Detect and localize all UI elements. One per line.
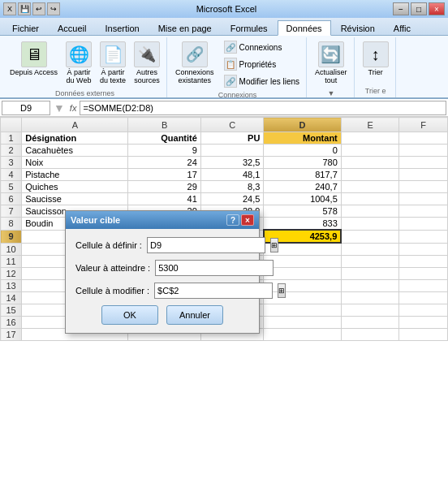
cell-f11[interactable] bbox=[399, 255, 448, 267]
col-header-f[interactable]: F bbox=[399, 118, 448, 132]
cell-f1[interactable] bbox=[399, 132, 448, 145]
cell-b3[interactable]: 24 bbox=[128, 157, 200, 169]
edit-links-button[interactable]: 🔗 Modifier les liens bbox=[221, 73, 303, 89]
cell-d13[interactable] bbox=[264, 279, 341, 291]
properties-button[interactable]: 📋 Propriétés bbox=[221, 56, 303, 72]
col-header-a[interactable]: A bbox=[22, 118, 128, 132]
cell-f17[interactable] bbox=[399, 328, 448, 340]
cell-a5[interactable]: Quiches bbox=[22, 181, 128, 193]
cell-e9[interactable] bbox=[341, 230, 399, 243]
dialog-cancel-button[interactable]: Annuler bbox=[166, 305, 223, 325]
tab-revision[interactable]: Révision bbox=[332, 20, 384, 35]
dialog-input-2[interactable] bbox=[155, 260, 274, 276]
cell-c3[interactable]: 32,5 bbox=[200, 157, 264, 169]
cell-e8[interactable] bbox=[341, 218, 399, 231]
cell-e2[interactable] bbox=[341, 145, 399, 157]
cell-e10[interactable] bbox=[341, 243, 399, 255]
tab-mise-en-page[interactable]: Mise en page bbox=[149, 20, 221, 35]
cell-d2[interactable]: 0 bbox=[264, 145, 341, 157]
cell-d3[interactable]: 780 bbox=[264, 157, 341, 169]
valeur-cible-dialog[interactable]: Valeur cible ? × Cellule à définir : ⊞ V… bbox=[65, 210, 260, 334]
cell-e11[interactable] bbox=[341, 255, 399, 267]
cell-d7[interactable]: 578 bbox=[264, 205, 341, 218]
maximize-button[interactable]: □ bbox=[411, 2, 427, 15]
tab-insertion[interactable]: Insertion bbox=[96, 20, 148, 35]
cell-e7[interactable] bbox=[341, 205, 399, 218]
col-header-e[interactable]: E bbox=[341, 118, 399, 132]
dialog-help-button[interactable]: ? bbox=[226, 214, 239, 226]
cell-e17[interactable] bbox=[341, 328, 399, 340]
dialog-ok-button[interactable]: OK bbox=[101, 305, 158, 325]
cell-d14[interactable] bbox=[264, 291, 341, 304]
tab-donnees[interactable]: Données bbox=[278, 20, 331, 36]
undo-icon[interactable]: ↩ bbox=[32, 2, 45, 15]
existing-connections-button[interactable]: 🔗 Connexionsexistantes bbox=[172, 39, 218, 88]
cell-b6[interactable]: 41 bbox=[128, 193, 200, 205]
cell-f12[interactable] bbox=[399, 267, 448, 279]
cell-f6[interactable] bbox=[399, 193, 448, 205]
dialog-input-1[interactable] bbox=[147, 237, 265, 253]
cell-f2[interactable] bbox=[399, 145, 448, 157]
cell-f14[interactable] bbox=[399, 291, 448, 304]
cell-b2[interactable]: 9 bbox=[128, 145, 200, 157]
cell-a4[interactable]: Pistache bbox=[22, 169, 128, 181]
cell-e15[interactable] bbox=[341, 304, 399, 316]
web-button[interactable]: 🌐 À partirdu Web bbox=[62, 39, 95, 88]
dialog-close-button[interactable]: × bbox=[241, 214, 254, 226]
sort-button[interactable]: ↕ Trier bbox=[360, 39, 392, 80]
col-header-d[interactable]: D bbox=[264, 118, 341, 132]
cell-c6[interactable]: 24,5 bbox=[200, 193, 264, 205]
cell-a6[interactable]: Saucisse bbox=[22, 193, 128, 205]
cell-d11[interactable] bbox=[264, 255, 341, 267]
dialog-input-btn-1[interactable]: ⊞ bbox=[270, 238, 278, 252]
cell-e5[interactable] bbox=[341, 181, 399, 193]
col-header-c[interactable]: C bbox=[200, 118, 264, 132]
close-button[interactable]: × bbox=[429, 2, 445, 15]
cell-d6[interactable]: 1004,5 bbox=[264, 193, 341, 205]
cell-f4[interactable] bbox=[399, 169, 448, 181]
cell-d4[interactable]: 817,7 bbox=[264, 169, 341, 181]
cell-e14[interactable] bbox=[341, 291, 399, 304]
redo-icon[interactable]: ↪ bbox=[47, 2, 60, 15]
cell-f10[interactable] bbox=[399, 243, 448, 255]
cell-d16[interactable] bbox=[264, 316, 341, 328]
cell-c4[interactable]: 48,1 bbox=[200, 169, 264, 181]
cell-f5[interactable] bbox=[399, 181, 448, 193]
cell-f3[interactable] bbox=[399, 157, 448, 169]
tab-formules[interactable]: Formules bbox=[222, 20, 277, 35]
cell-b4[interactable]: 17 bbox=[128, 169, 200, 181]
cell-a3[interactable]: Noix bbox=[22, 157, 128, 169]
cell-d17[interactable] bbox=[264, 328, 341, 340]
col-header-b[interactable]: B bbox=[128, 118, 200, 132]
save-icon[interactable]: 💾 bbox=[18, 2, 31, 15]
cell-d12[interactable] bbox=[264, 267, 341, 279]
dialog-input-btn-3[interactable]: ⊞ bbox=[278, 283, 286, 298]
cell-f15[interactable] bbox=[399, 304, 448, 316]
refresh-button[interactable]: 🔄 Actualisertout bbox=[312, 39, 351, 88]
tab-affichage[interactable]: Affic bbox=[385, 20, 420, 35]
cell-a1[interactable]: Désignation bbox=[22, 132, 128, 145]
cell-e3[interactable] bbox=[341, 157, 399, 169]
tab-fichier[interactable]: Fichier bbox=[3, 20, 48, 35]
access-button[interactable]: 🖥 Depuis Access bbox=[6, 39, 61, 80]
cell-b1[interactable]: Quantité bbox=[128, 132, 200, 145]
cell-f9[interactable] bbox=[399, 230, 448, 243]
dialog-input-3[interactable] bbox=[154, 283, 273, 299]
cell-c1[interactable]: PU bbox=[200, 132, 264, 145]
cell-d1[interactable]: Montant bbox=[264, 132, 341, 145]
cell-d8[interactable]: 833 bbox=[264, 218, 341, 231]
formula-input[interactable] bbox=[80, 101, 446, 115]
cell-f7[interactable] bbox=[399, 205, 448, 218]
cell-e12[interactable] bbox=[341, 267, 399, 279]
tab-accueil[interactable]: Accueil bbox=[49, 20, 95, 35]
cell-c2[interactable] bbox=[200, 145, 264, 157]
connections-button[interactable]: 🔗 Connexions bbox=[221, 39, 303, 55]
minimize-button[interactable]: − bbox=[393, 2, 409, 15]
cell-c5[interactable]: 8,3 bbox=[200, 181, 264, 193]
cell-f16[interactable] bbox=[399, 316, 448, 328]
text-button[interactable]: 📄 À partirdu texte bbox=[97, 39, 129, 88]
cell-e16[interactable] bbox=[341, 316, 399, 328]
cell-e13[interactable] bbox=[341, 279, 399, 291]
cell-e4[interactable] bbox=[341, 169, 399, 181]
cell-reference-input[interactable] bbox=[2, 101, 50, 115]
